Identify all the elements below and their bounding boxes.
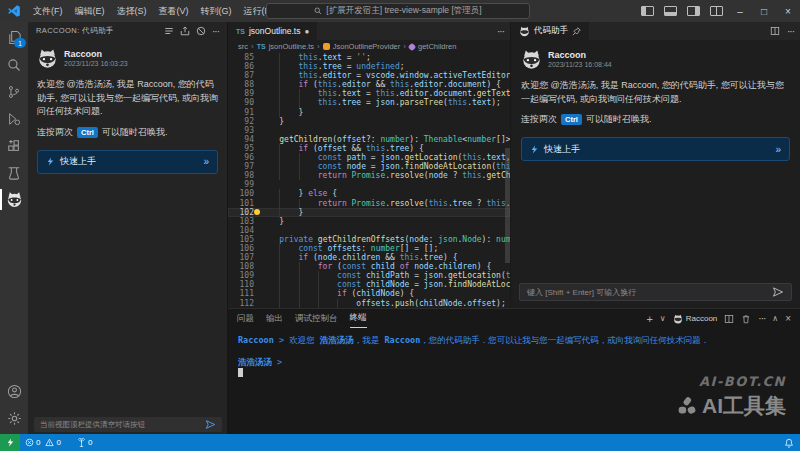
minimize-button[interactable]: – <box>728 0 752 22</box>
testing-icon[interactable] <box>0 159 28 186</box>
code-line-92[interactable]: 92 } <box>228 117 510 126</box>
code-line-107[interactable]: 107 if (node.children && this.tree) { <box>228 253 510 262</box>
terminal-instance[interactable]: Raccoon <box>673 314 718 324</box>
chevron-right-icon: » <box>775 144 781 155</box>
sidebar-input-placeholder: 当前视图顶栏提供清空对话按钮 <box>40 420 145 430</box>
chat-timestamp: 2023/11/23 16:08:44 <box>548 60 612 69</box>
source-control-icon[interactable] <box>0 78 28 105</box>
code-line-93[interactable]: 93 <box>228 126 510 135</box>
accounts-icon[interactable] <box>0 378 28 405</box>
code-editor[interactable]: 85 this.text = '';86 this.tree = undefin… <box>228 53 510 308</box>
assistant-more-actions-icon[interactable]: ··· <box>787 26 794 37</box>
pin-icon[interactable] <box>572 27 581 36</box>
code-line-96[interactable]: 96 const path = json.getLocation(this.te… <box>228 153 510 162</box>
tab-jsonoutline[interactable]: TS jsonOutline.ts ● <box>228 22 317 40</box>
send-icon[interactable] <box>772 286 784 298</box>
code-line-97[interactable]: 97 const node = json.findNodeAtLocation(… <box>228 162 510 171</box>
code-line-85[interactable]: 85 this.text = ''; <box>228 53 510 62</box>
split-editor-icon[interactable] <box>770 26 780 36</box>
code-line-111[interactable]: 111 if (childNode) { <box>228 289 510 298</box>
tab-problems[interactable]: 问题 <box>237 309 254 328</box>
code-line-110[interactable]: 110 const childNode = json.findNodeAtLoc… <box>228 280 510 289</box>
code-line-100[interactable]: 100 } else { <box>228 189 510 198</box>
close-button[interactable]: × <box>776 0 800 22</box>
tab-assistant[interactable]: 代码助手 <box>511 22 589 40</box>
typescript-file-icon: TS <box>257 43 266 50</box>
settings-gear-icon[interactable] <box>0 405 28 432</box>
line-number: 105 <box>228 235 260 244</box>
code-line-90[interactable]: 90 this.tree = json.parseTree(this.text)… <box>228 98 510 107</box>
code-line-94[interactable]: 94 getChildren(offset?: number): Thenabl… <box>228 135 510 144</box>
menu-file[interactable]: 文件(F) <box>27 0 69 22</box>
breadcrumb-class[interactable]: JsonOutlineProvider <box>333 42 401 51</box>
search-icon[interactable] <box>0 51 28 78</box>
line-number: 108 <box>228 262 260 271</box>
code-line-89[interactable]: 89 this.text = this.editor.document.getT… <box>228 89 510 98</box>
menu-view[interactable]: 查看(V) <box>153 0 195 22</box>
sidebar-more-icon[interactable]: ··· <box>212 26 219 37</box>
export-icon[interactable] <box>180 26 190 36</box>
tab-output[interactable]: 输出 <box>266 309 283 328</box>
split-terminal-icon[interactable] <box>724 314 734 324</box>
breadcrumb-method[interactable]: getChildren <box>418 42 456 51</box>
trash-icon[interactable] <box>741 314 751 324</box>
warning-icon <box>45 438 54 447</box>
menu-edit[interactable]: 编辑(E) <box>69 0 111 22</box>
code-line-91[interactable]: 91 } <box>228 108 510 117</box>
sidebar-chat-input[interactable]: 当前视图顶栏提供清空对话按钮 <box>34 417 222 432</box>
command-center-search[interactable]: [扩展开发宿主] tree-view-sample [管理员] <box>266 3 530 19</box>
quickstart-button[interactable]: 快速上手 » <box>521 137 790 161</box>
code-line-86[interactable]: 86 this.tree = undefined; <box>228 62 510 71</box>
code-line-105[interactable]: 105 private getChildrenOffsets(node: jso… <box>228 235 510 244</box>
toggle-panel-icon[interactable] <box>664 6 677 16</box>
menu-goto[interactable]: 转到(G) <box>195 0 238 22</box>
explorer-icon[interactable]: 1 <box>0 24 28 51</box>
dirty-indicator-icon[interactable]: ● <box>304 27 309 36</box>
toggle-secondary-sidebar-icon[interactable] <box>687 6 700 16</box>
code-line-106[interactable]: 106 const offsets: number[] = []; <box>228 244 510 253</box>
bell-icon[interactable] <box>784 438 794 448</box>
editor-more-actions-icon[interactable]: ··· <box>497 26 510 37</box>
extensions-icon[interactable] <box>0 132 28 159</box>
line-number: 88 <box>228 80 260 89</box>
code-line-101[interactable]: 101 return Promise.resolve(this.tree ? t… <box>228 199 510 208</box>
menu-selection[interactable]: 选择(S) <box>111 0 153 22</box>
code-line-109[interactable]: 109 const childPath = json.getLocation(t… <box>228 271 510 280</box>
maximize-button[interactable]: □ <box>752 0 776 22</box>
raccoon-icon[interactable] <box>0 186 28 213</box>
editor-layout-icon[interactable] <box>710 6 723 16</box>
quickstart-button[interactable]: 快速上手 » <box>37 150 218 174</box>
breadcrumb-src[interactable]: src <box>238 42 248 51</box>
line-number: 103 <box>228 217 260 226</box>
hint-prefix: 连按两次 <box>521 113 557 126</box>
code-line-98[interactable]: 98 return Promise.resolve(node ? this.ge… <box>228 171 510 180</box>
assistant-chat-input[interactable]: 键入 [Shift + Enter] 可输入换行 <box>519 283 792 301</box>
ports-status[interactable]: 0 <box>72 438 97 447</box>
new-terminal-icon[interactable]: + <box>646 313 652 325</box>
code-line-99[interactable]: 99 <box>228 180 510 189</box>
terminal-name: Raccoon <box>686 314 718 323</box>
code-line-88[interactable]: 88 if (this.editor && this.editor.docume… <box>228 80 510 89</box>
tab-terminal[interactable]: 终端 <box>350 309 367 328</box>
chevron-down-icon[interactable]: ∨ <box>660 314 666 323</box>
code-line-95[interactable]: 95 if (offset && this.tree) { <box>228 144 510 153</box>
clear-chat-icon[interactable] <box>196 26 206 36</box>
code-line-112[interactable]: 112 offsets.push(childNode.offset); <box>228 299 510 308</box>
send-icon[interactable] <box>205 419 216 430</box>
tab-debug-console[interactable]: 调试控制台 <box>295 309 338 328</box>
breadcrumb-file[interactable]: jsonOutline.ts <box>269 42 314 51</box>
code-line-102[interactable]: 102 } <box>228 208 510 217</box>
history-icon[interactable] <box>164 26 174 36</box>
remote-indicator[interactable] <box>0 434 20 451</box>
problems-status[interactable]: 0 0 <box>20 438 66 447</box>
code-line-108[interactable]: 108 for (const child of node.children) { <box>228 262 510 271</box>
panel-more-actions-icon[interactable]: ··· <box>758 313 765 324</box>
code-line-103[interactable]: 103 } <box>228 217 510 226</box>
run-debug-icon[interactable] <box>0 105 28 132</box>
lightbulb-icon[interactable] <box>254 209 260 215</box>
toggle-sidebar-icon[interactable] <box>641 6 654 16</box>
code-line-104[interactable]: 104 <box>228 226 510 235</box>
code-line-87[interactable]: 87 this.editor = vscode.window.activeTex… <box>228 71 510 80</box>
close-panel-icon[interactable]: × <box>785 313 791 324</box>
maximize-panel-icon[interactable]: ∧ <box>772 314 778 323</box>
